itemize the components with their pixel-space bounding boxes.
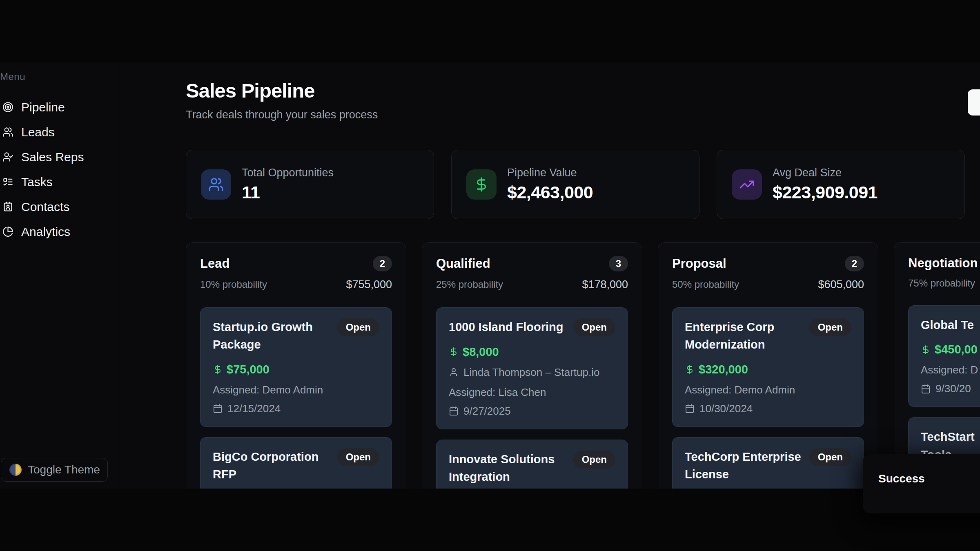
deal-amount-row: $450,00 — [921, 343, 980, 356]
deal-card-header: Startup.io Growth Package Open — [213, 318, 379, 354]
target-icon — [2, 102, 13, 113]
stat-value: $223,909.091 — [773, 182, 878, 202]
column-subheader: 10% probability $755,000 — [200, 278, 392, 291]
deal-assigned: Assigned: Lisa Chen — [449, 386, 615, 399]
deal-card-header: 1000 Island Flooring Open — [449, 318, 615, 336]
column-title: Proposal — [672, 256, 726, 271]
dollar-icon — [213, 364, 223, 374]
trending-up-icon — [732, 169, 762, 200]
user-check-icon — [2, 151, 13, 162]
column-total: $178,000 — [582, 278, 628, 291]
column-subheader: 25% probability $178,000 — [436, 278, 628, 291]
column-lead: Lead 2 10% probability $755,000 Startup.… — [186, 242, 406, 489]
calendar-icon — [213, 404, 223, 413]
toggle-theme-label: Toggle Theme — [28, 463, 100, 476]
sidebar-item-label: Tasks — [21, 175, 53, 189]
deal-contact: Linda Thompson – Startup.io — [463, 366, 599, 379]
deal-title: 1000 Island Flooring — [449, 318, 563, 336]
deal-date-row: 10/30/2024 — [685, 402, 851, 415]
deal-card-header: Innovate Solutions Integration Open — [449, 451, 615, 486]
deal-card[interactable]: TechCorp Enterprise License Open $285,00… — [672, 437, 864, 489]
toggle-theme-button[interactable]: Toggle Theme — [1, 458, 108, 482]
pie-chart-icon — [2, 226, 13, 237]
deal-title: Enterprise Corp Modernization — [685, 318, 804, 354]
deal-card[interactable]: Innovate Solutions Integration Open $125… — [436, 440, 628, 489]
deal-card[interactable]: Global Te $450,00 Assigned: D 9/30/20 — [908, 305, 980, 407]
column-subheader: 50% probability $605,000 — [672, 278, 864, 291]
sidebar-item-leads[interactable]: Leads — [2, 120, 119, 144]
sidebar-item-sales-reps[interactable]: Sales Reps — [2, 144, 119, 169]
deal-amount-row: $8,000 — [449, 345, 615, 359]
calendar-icon — [449, 406, 459, 416]
sidebar-item-contacts[interactable]: Contacts — [2, 194, 119, 219]
column-header: Proposal 2 — [672, 256, 864, 271]
status-badge: Open — [809, 448, 851, 466]
stat-text: Avg Deal Size $223,909.091 — [773, 167, 878, 202]
stat-value: 11 — [242, 182, 334, 202]
sidebar: Menu Pipeline Leads Sales Reps — [0, 62, 119, 489]
deal-amount: $75,000 — [227, 363, 270, 376]
sidebar-item-analytics[interactable]: Analytics — [2, 219, 119, 244]
stat-label: Avg Deal Size — [773, 167, 878, 179]
main-content: Sales Pipeline Track deals through your … — [119, 62, 980, 489]
sidebar-item-label: Leads — [21, 125, 55, 139]
column-probability: 75% probability — [908, 278, 975, 289]
deal-card[interactable]: Enterprise Corp Modernization Open $320,… — [672, 307, 864, 427]
deal-assigned: Assigned: D — [921, 364, 980, 376]
deal-title: Innovate Solutions Integration — [449, 451, 568, 486]
sidebar-item-tasks[interactable]: Tasks — [2, 169, 119, 194]
column-qualified: Qualified 3 25% probability $178,000 100… — [422, 242, 642, 489]
deal-date: 9/27/2025 — [463, 405, 511, 418]
status-badge: Open — [573, 318, 615, 336]
column-probability: 25% probability — [436, 279, 503, 290]
column-total: $605,000 — [818, 278, 864, 291]
sidebar-nav: Pipeline Leads Sales Reps Tasks — [2, 95, 119, 244]
deal-assigned: Assigned: Demo Admin — [213, 384, 379, 396]
deal-title: BigCo Corporation RFP — [213, 448, 332, 484]
dollar-icon — [921, 345, 931, 355]
toast-title: Success — [878, 472, 980, 485]
deal-card-header: TechCorp Enterprise License Open — [685, 448, 851, 484]
deal-date-row: 9/30/20 — [921, 382, 980, 395]
calendar-icon — [685, 404, 695, 413]
deal-date: 10/30/2024 — [699, 402, 753, 415]
deal-card[interactable]: BigCo Corporation RFP Open $680,000 Assi… — [200, 437, 392, 489]
column-cards: Startup.io Growth Package Open $75,000 A… — [200, 307, 392, 489]
deal-amount: $8,000 — [463, 345, 499, 359]
deal-date: 12/15/2024 — [227, 402, 281, 415]
deal-date-row: 9/27/2025 — [449, 405, 615, 418]
deal-card-header: BigCo Corporation RFP Open — [213, 448, 379, 484]
stat-total-opportunities: Total Opportunities 11 — [186, 150, 434, 219]
moon-icon — [9, 464, 22, 476]
column-cards: Enterprise Corp Modernization Open $320,… — [672, 307, 864, 489]
column-count-badge: 2 — [845, 256, 864, 271]
sidebar-item-pipeline[interactable]: Pipeline — [2, 95, 119, 120]
stat-pipeline-value: Pipeline Value $2,463,000 — [451, 150, 699, 219]
users-icon — [201, 169, 231, 200]
column-count-badge: 3 — [609, 256, 628, 271]
deal-contact-row: Linda Thompson – Startup.io — [449, 366, 615, 379]
column-proposal: Proposal 2 50% probability $605,000 Ente… — [658, 242, 878, 489]
deal-date-row: 12/15/2024 — [213, 402, 379, 415]
column-subheader: 75% probability — [908, 278, 980, 289]
deal-title: Startup.io Growth Package — [213, 318, 332, 354]
sidebar-item-label: Contacts — [21, 200, 69, 214]
deal-amount-row: $320,000 — [685, 363, 851, 376]
deal-title: TechCorp Enterprise License — [685, 448, 804, 484]
dollar-icon — [466, 169, 497, 200]
deal-card[interactable]: Startup.io Growth Package Open $75,000 A… — [200, 307, 392, 427]
add-opportunity-button[interactable]: Add Opportunity — [968, 89, 980, 116]
toast-notification: Success — [863, 454, 980, 513]
status-badge: Open — [337, 448, 379, 466]
column-title: Negotiation — [908, 256, 978, 271]
stat-label: Total Opportunities — [242, 167, 334, 179]
column-title: Qualified — [436, 256, 490, 271]
deal-date: 9/30/20 — [935, 382, 971, 395]
deal-card[interactable]: 1000 Island Flooring Open $8,000 Linda T… — [436, 307, 628, 429]
stat-text: Total Opportunities 11 — [242, 167, 334, 202]
sidebar-item-label: Pipeline — [21, 100, 65, 114]
deal-title: Global Te — [921, 316, 974, 334]
sidebar-menu-label: Menu — [0, 71, 119, 82]
deal-amount: $450,00 — [935, 343, 978, 356]
list-todo-icon — [2, 176, 13, 187]
